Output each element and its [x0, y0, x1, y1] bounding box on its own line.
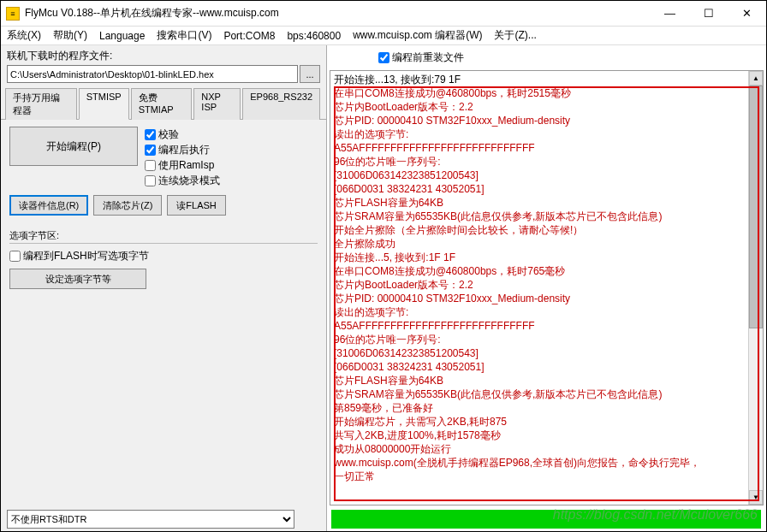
isp-tabs: 手持万用编程器STMISP免费STMIAPNXP ISPEP968_RS232 — [1, 87, 326, 120]
menu-item[interactable]: bps:460800 — [287, 30, 341, 42]
option-check-label: 校验 — [158, 127, 179, 142]
log-line: 开始编程芯片，共需写入2KB,耗时875 — [334, 415, 759, 429]
menu-item[interactable]: www.mcuisp.com 编程器(W) — [353, 28, 482, 43]
log-line: 芯片FLASH容量为64KB — [334, 374, 759, 387]
read-device-button[interactable]: 读器件信息(R) — [9, 195, 88, 216]
option-check-label: 编程后执行 — [158, 143, 210, 157]
right-panel: 编程前重装文件 开始连接...13, 接收到:79 1F在串口COM8连接成功@… — [326, 45, 766, 531]
scroll-down-icon[interactable]: ▼ — [749, 490, 763, 505]
option-byte-section: 选项字节区: 编程到FLASH时写选项字节 设定选项字节等 — [9, 229, 318, 289]
log-line: 在串口COM8连接成功@460800bps，耗时2515毫秒 — [334, 86, 759, 100]
menu-item[interactable]: Port:COM8 — [223, 30, 275, 42]
option-check[interactable]: 编程后执行 — [145, 143, 220, 157]
reload-file-check[interactable]: 编程前重装文件 — [378, 50, 464, 65]
erase-chip-button[interactable]: 清除芯片(Z) — [93, 195, 162, 216]
tab-1[interactable]: STMISP — [79, 88, 129, 120]
log-scrollbar[interactable]: ▲ ▼ — [748, 71, 763, 505]
scroll-thumb[interactable] — [749, 86, 763, 328]
app-window: ≡ FlyMcu V0.188--单片机在线编程专家--www.mcuisp.c… — [0, 0, 767, 532]
write-option-label: 编程到FLASH时写选项字节 — [23, 249, 149, 263]
log-line: [066D0031 38324231 43052051] — [334, 182, 759, 196]
start-programming-button[interactable]: 开始编程(P) — [9, 127, 138, 166]
maximize-button[interactable]: ☐ — [689, 1, 728, 27]
log-line: 芯片内BootLoader版本号：2.2 — [334, 100, 759, 114]
title-bar: ≡ FlyMcu V0.188--单片机在线编程专家--www.mcuisp.c… — [1, 1, 766, 27]
menu-item[interactable]: 系统(X) — [7, 28, 41, 43]
log-line: 开始连接...13, 接收到:79 1F — [334, 73, 759, 86]
hex-path-input[interactable] — [7, 65, 298, 83]
log-panel: 开始连接...13, 接收到:79 1F在串口COM8连接成功@460800bp… — [330, 70, 764, 505]
log-line: A55AFFFFFFFFFFFFFFFFFFFFFFFFFFFF — [334, 141, 759, 155]
log-line: 芯片PID: 00000410 STM32F10xxx_Medium-densi… — [334, 292, 759, 305]
option-check-label: 连续烧录模式 — [158, 174, 220, 188]
log-line: 芯片PID: 00000410 STM32F10xxx_Medium-densi… — [334, 114, 759, 127]
scroll-up-icon[interactable]: ▲ — [749, 71, 763, 86]
log-line: 芯片SRAM容量为65535KB(此信息仅供参考,新版本芯片已不包含此信息) — [334, 387, 759, 401]
tab-content: 开始编程(P) 校验编程后执行使用RamIsp连续烧录模式 读器件信息(R) 清… — [1, 120, 326, 222]
menu-item[interactable]: Language — [99, 30, 145, 42]
log-line: 开始连接...5, 接收到:1F 1F — [334, 251, 759, 264]
log-output[interactable]: 开始连接...13, 接收到:79 1F在串口COM8连接成功@460800bp… — [330, 71, 763, 505]
log-line: 96位的芯片唯一序列号: — [334, 333, 759, 346]
log-line: 芯片FLASH容量为64KB — [334, 196, 759, 210]
menu-item[interactable]: 帮助(Y) — [53, 28, 87, 43]
dtr-select[interactable]: 不使用RTS和DTR — [7, 510, 294, 529]
option-checks: 校验编程后执行使用RamIsp连续烧录模式 — [145, 127, 220, 188]
option-checkbox[interactable] — [145, 160, 156, 171]
menu-bar: 系统(X)帮助(Y)Language搜索串口(V)Port:COM8bps:46… — [1, 27, 766, 45]
log-line: 芯片内BootLoader版本号：2.2 — [334, 278, 759, 292]
window-controls: — ☐ ✕ — [651, 1, 766, 27]
left-panel: 联机下载时的程序文件: ... 手持万用编程器STMISP免费STMIAPNXP… — [1, 45, 326, 531]
log-line: 读出的选项字节: — [334, 305, 759, 319]
app-icon: ≡ — [6, 7, 20, 21]
log-line: 芯片SRAM容量为65535KB(此信息仅供参考,新版本芯片已不包含此信息) — [334, 210, 759, 223]
tab-2[interactable]: 免费STMIAP — [131, 88, 193, 120]
log-line: 在串口COM8连接成功@460800bps，耗时765毫秒 — [334, 264, 759, 278]
option-checkbox[interactable] — [145, 145, 156, 156]
tab-4[interactable]: EP968_RS232 — [242, 88, 320, 120]
option-byte-label: 选项字节区: — [9, 229, 318, 242]
tab-0[interactable]: 手持万用编程器 — [5, 88, 77, 120]
path-row: ... — [1, 65, 326, 87]
read-flash-button[interactable]: 读FLASH — [167, 195, 225, 216]
log-line: 开始全片擦除（全片擦除时间会比较长，请耐心等候!） — [334, 223, 759, 237]
right-toolbar: 编程前重装文件 — [327, 45, 766, 70]
log-line: www.mcuisp.com(全脱机手持编程器EP968,全球首创)向您报告，命… — [334, 456, 759, 470]
menu-item[interactable]: 搜索串口(V) — [157, 28, 211, 43]
log-line: 全片擦除成功 — [334, 237, 759, 251]
log-line: A55AFFFFFFFFFFFFFFFFFFFFFFFFFFFF — [334, 319, 759, 333]
option-check-label: 使用RamIsp — [158, 158, 214, 173]
log-line: 成功从08000000开始运行 — [334, 442, 759, 456]
log-line: 96位的芯片唯一序列号: — [334, 155, 759, 168]
log-line: 读出的选项字节: — [334, 127, 759, 141]
minimize-button[interactable]: — — [651, 1, 689, 27]
option-check[interactable]: 连续烧录模式 — [145, 174, 220, 188]
log-line: 第859毫秒，已准备好 — [334, 401, 759, 415]
browse-button[interactable]: ... — [300, 65, 320, 83]
option-check[interactable]: 使用RamIsp — [145, 158, 220, 173]
reload-label: 编程前重装文件 — [392, 50, 464, 65]
close-button[interactable]: ✕ — [728, 1, 766, 27]
path-label: 联机下载时的程序文件: — [1, 45, 326, 65]
tab-3[interactable]: NXP ISP — [193, 88, 241, 120]
write-option-check[interactable]: 编程到FLASH时写选项字节 — [9, 249, 318, 263]
option-check[interactable]: 校验 — [145, 127, 220, 142]
write-option-checkbox[interactable] — [9, 251, 21, 262]
menu-item[interactable]: 关于(Z)... — [494, 28, 536, 43]
window-body: 联机下载时的程序文件: ... 手持万用编程器STMISP免费STMIAPNXP… — [1, 45, 766, 531]
log-line: 共写入2KB,进度100%,耗时1578毫秒 — [334, 429, 759, 442]
window-title: FlyMcu V0.188--单片机在线编程专家--www.mcuisp.com — [25, 6, 651, 21]
set-option-button[interactable]: 设定选项字节等 — [9, 269, 146, 289]
option-checkbox[interactable] — [145, 175, 156, 186]
watermark: https://blog.csdn.net/Mculover666 — [553, 507, 758, 523]
reload-checkbox[interactable] — [378, 52, 389, 63]
log-line: [31006D063142323851200543] — [334, 168, 759, 182]
section-divider — [9, 243, 318, 244]
log-line: 一切正常 — [334, 470, 759, 483]
log-line: [066D0031 38324231 43052051] — [334, 360, 759, 374]
log-line: [31006D063142323851200543] — [334, 346, 759, 360]
option-checkbox[interactable] — [145, 129, 156, 140]
